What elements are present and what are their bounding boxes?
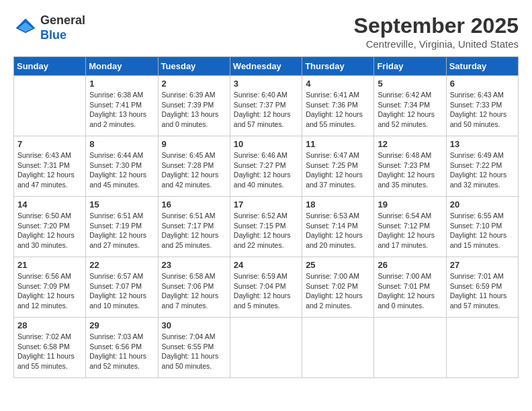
day-info: Sunrise: 7:00 AMSunset: 7:01 PMDaylight:… xyxy=(378,271,442,311)
calendar-cell: 18Sunrise: 6:53 AMSunset: 7:14 PMDayligh… xyxy=(302,197,374,257)
day-info: Sunrise: 6:54 AMSunset: 7:12 PMDaylight:… xyxy=(378,211,442,250)
weekday-header: Monday xyxy=(86,57,158,76)
day-info: Sunrise: 6:57 AMSunset: 7:07 PMDaylight:… xyxy=(89,271,154,311)
calendar-cell xyxy=(14,76,86,136)
calendar-cell: 29Sunrise: 7:03 AMSunset: 6:56 PMDayligh… xyxy=(86,318,158,378)
calendar-cell: 27Sunrise: 7:01 AMSunset: 6:59 PMDayligh… xyxy=(446,257,518,318)
calendar-cell: 12Sunrise: 6:48 AMSunset: 7:23 PMDayligh… xyxy=(374,136,446,197)
weekday-header: Tuesday xyxy=(158,57,230,76)
calendar-cell: 23Sunrise: 6:58 AMSunset: 7:06 PMDayligh… xyxy=(158,257,230,318)
day-number: 23 xyxy=(162,260,226,270)
calendar-cell: 15Sunrise: 6:51 AMSunset: 7:19 PMDayligh… xyxy=(86,197,158,257)
day-number: 28 xyxy=(17,320,82,330)
calendar-cell: 24Sunrise: 6:59 AMSunset: 7:04 PMDayligh… xyxy=(230,257,302,318)
day-number: 3 xyxy=(234,79,298,89)
calendar-cell: 6Sunrise: 6:43 AMSunset: 7:33 PMDaylight… xyxy=(446,76,518,136)
calendar-cell: 26Sunrise: 7:00 AMSunset: 7:01 PMDayligh… xyxy=(374,257,446,318)
day-number: 2 xyxy=(162,79,226,89)
calendar-cell: 13Sunrise: 6:49 AMSunset: 7:22 PMDayligh… xyxy=(446,136,518,197)
day-info: Sunrise: 7:01 AMSunset: 6:59 PMDaylight:… xyxy=(450,271,515,311)
calendar-cell: 8Sunrise: 6:44 AMSunset: 7:30 PMDaylight… xyxy=(86,136,158,197)
day-number: 9 xyxy=(162,139,226,149)
calendar-week: 1Sunrise: 6:38 AMSunset: 7:41 PMDaylight… xyxy=(14,76,519,136)
day-info: Sunrise: 7:00 AMSunset: 7:02 PMDaylight:… xyxy=(306,271,370,311)
calendar-cell: 25Sunrise: 7:00 AMSunset: 7:02 PMDayligh… xyxy=(302,257,374,318)
calendar-cell xyxy=(374,318,446,378)
day-info: Sunrise: 6:40 AMSunset: 7:37 PMDaylight:… xyxy=(234,90,298,130)
day-info: Sunrise: 6:45 AMSunset: 7:28 PMDaylight:… xyxy=(162,150,226,190)
day-info: Sunrise: 6:39 AMSunset: 7:39 PMDaylight:… xyxy=(162,90,226,130)
calendar-week: 7Sunrise: 6:43 AMSunset: 7:31 PMDaylight… xyxy=(14,136,519,197)
day-number: 30 xyxy=(162,320,226,330)
calendar-cell: 11Sunrise: 6:47 AMSunset: 7:25 PMDayligh… xyxy=(302,136,374,197)
calendar-cell: 5Sunrise: 6:42 AMSunset: 7:34 PMDaylight… xyxy=(374,76,446,136)
day-number: 7 xyxy=(17,139,82,149)
day-number: 22 xyxy=(89,260,154,270)
day-number: 20 xyxy=(450,199,515,210)
day-info: Sunrise: 7:04 AMSunset: 6:55 PMDaylight:… xyxy=(162,332,226,371)
day-number: 18 xyxy=(306,199,370,210)
calendar-week: 14Sunrise: 6:50 AMSunset: 7:20 PMDayligh… xyxy=(14,197,519,257)
calendar-cell: 2Sunrise: 6:39 AMSunset: 7:39 PMDaylight… xyxy=(158,76,230,136)
calendar-cell: 30Sunrise: 7:04 AMSunset: 6:55 PMDayligh… xyxy=(158,318,230,378)
calendar-cell: 10Sunrise: 6:46 AMSunset: 7:27 PMDayligh… xyxy=(230,136,302,197)
calendar-cell: 21Sunrise: 6:56 AMSunset: 7:09 PMDayligh… xyxy=(14,257,86,318)
calendar-cell: 28Sunrise: 7:02 AMSunset: 6:58 PMDayligh… xyxy=(14,318,86,378)
day-info: Sunrise: 6:38 AMSunset: 7:41 PMDaylight:… xyxy=(89,90,154,130)
day-info: Sunrise: 6:46 AMSunset: 7:27 PMDaylight:… xyxy=(234,150,298,190)
day-number: 11 xyxy=(306,139,370,149)
logo: General Blue xyxy=(13,13,85,42)
day-info: Sunrise: 6:51 AMSunset: 7:19 PMDaylight:… xyxy=(89,211,154,250)
day-info: Sunrise: 6:41 AMSunset: 7:36 PMDaylight:… xyxy=(306,90,370,130)
day-number: 27 xyxy=(450,260,515,270)
calendar-cell: 17Sunrise: 6:52 AMSunset: 7:15 PMDayligh… xyxy=(230,197,302,257)
day-number: 8 xyxy=(89,139,154,149)
logo-icon xyxy=(13,16,38,40)
calendar-week: 21Sunrise: 6:56 AMSunset: 7:09 PMDayligh… xyxy=(14,257,519,318)
title-area: September 2025 Centreville, Virginia, Un… xyxy=(354,13,519,50)
day-number: 19 xyxy=(378,199,442,210)
calendar-body: 1Sunrise: 6:38 AMSunset: 7:41 PMDaylight… xyxy=(14,76,519,378)
day-number: 10 xyxy=(234,139,298,149)
weekdays-header: SundayMondayTuesdayWednesdayThursdayFrid… xyxy=(14,57,519,76)
weekday-header: Thursday xyxy=(302,57,374,76)
day-number: 6 xyxy=(450,79,515,89)
weekday-header: Friday xyxy=(374,57,446,76)
calendar-cell: 20Sunrise: 6:55 AMSunset: 7:10 PMDayligh… xyxy=(446,197,518,257)
day-number: 13 xyxy=(450,139,515,149)
weekday-header: Saturday xyxy=(446,57,518,76)
calendar-cell: 9Sunrise: 6:45 AMSunset: 7:28 PMDaylight… xyxy=(158,136,230,197)
day-info: Sunrise: 6:44 AMSunset: 7:30 PMDaylight:… xyxy=(89,150,154,190)
day-number: 4 xyxy=(306,79,370,89)
day-number: 5 xyxy=(378,79,442,89)
logo-text: General Blue xyxy=(40,13,85,42)
calendar-cell: 3Sunrise: 6:40 AMSunset: 7:37 PMDaylight… xyxy=(230,76,302,136)
logo-general: General xyxy=(40,13,85,27)
calendar-cell: 7Sunrise: 6:43 AMSunset: 7:31 PMDaylight… xyxy=(14,136,86,197)
day-number: 26 xyxy=(378,260,442,270)
location-title: Centreville, Virginia, United States xyxy=(354,38,519,50)
day-info: Sunrise: 6:48 AMSunset: 7:23 PMDaylight:… xyxy=(378,150,442,190)
day-info: Sunrise: 6:59 AMSunset: 7:04 PMDaylight:… xyxy=(234,271,298,311)
day-number: 24 xyxy=(234,260,298,270)
day-number: 17 xyxy=(234,199,298,210)
calendar-cell xyxy=(446,318,518,378)
calendar-table: SundayMondayTuesdayWednesdayThursdayFrid… xyxy=(13,56,519,378)
calendar-cell: 1Sunrise: 6:38 AMSunset: 7:41 PMDaylight… xyxy=(86,76,158,136)
day-number: 25 xyxy=(306,260,370,270)
calendar-cell: 22Sunrise: 6:57 AMSunset: 7:07 PMDayligh… xyxy=(86,257,158,318)
day-info: Sunrise: 6:56 AMSunset: 7:09 PMDaylight:… xyxy=(17,271,82,311)
day-info: Sunrise: 7:03 AMSunset: 6:56 PMDaylight:… xyxy=(89,332,154,371)
calendar-week: 28Sunrise: 7:02 AMSunset: 6:58 PMDayligh… xyxy=(14,318,519,378)
day-number: 12 xyxy=(378,139,442,149)
day-info: Sunrise: 6:53 AMSunset: 7:14 PMDaylight:… xyxy=(306,211,370,250)
day-number: 29 xyxy=(89,320,154,330)
day-number: 16 xyxy=(162,199,226,210)
weekday-header: Sunday xyxy=(14,57,86,76)
day-info: Sunrise: 6:42 AMSunset: 7:34 PMDaylight:… xyxy=(378,90,442,130)
page-header: General Blue September 2025 Centreville,… xyxy=(13,13,519,50)
day-info: Sunrise: 6:43 AMSunset: 7:33 PMDaylight:… xyxy=(450,90,515,130)
day-info: Sunrise: 6:47 AMSunset: 7:25 PMDaylight:… xyxy=(306,150,370,190)
day-number: 15 xyxy=(89,199,154,210)
day-info: Sunrise: 6:50 AMSunset: 7:20 PMDaylight:… xyxy=(17,211,82,250)
